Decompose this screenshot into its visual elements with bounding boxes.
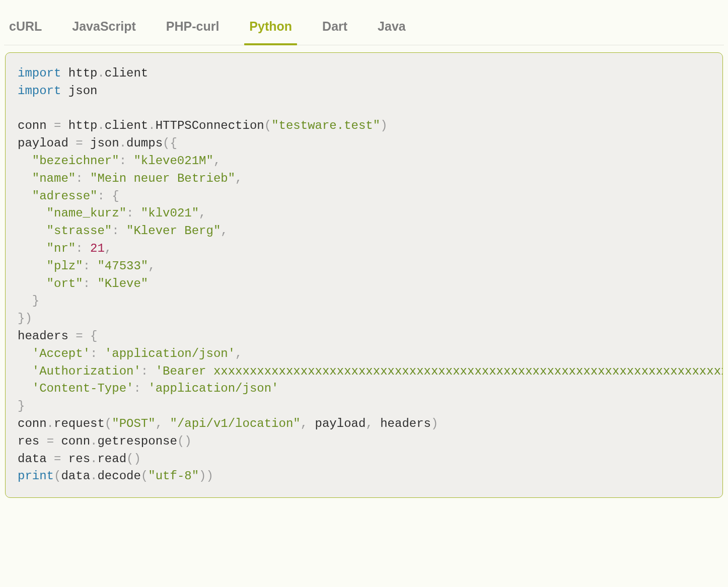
kw-print: print — [18, 469, 54, 483]
tab-javascript[interactable]: JavaScript — [57, 13, 151, 45]
var-res: res — [18, 434, 39, 448]
tab-php-curl[interactable]: PHP-curl — [151, 13, 235, 45]
hdr-ctype-key: Content-Type — [39, 382, 126, 395]
fn-getresponse: getresponse — [97, 434, 177, 448]
adresse-strasse: Klever Berg — [133, 224, 213, 238]
adresse-nr: 21 — [90, 242, 105, 255]
module-client: client — [105, 66, 148, 80]
adresse-name-kurz: klv021 — [148, 206, 191, 220]
language-tabs: cURL JavaScript PHP-curl Python Dart Jav… — [4, 5, 724, 45]
ref-json: json — [90, 136, 119, 150]
fn-request: request — [54, 417, 105, 430]
var-payload: payload — [18, 136, 68, 150]
hdr-auth-key: Authorization — [39, 364, 133, 378]
fn-read: read — [97, 452, 126, 466]
ref-headers: headers — [380, 417, 431, 430]
ref-data: data — [61, 469, 90, 483]
host-string: testware.test — [279, 119, 373, 132]
kw-import: import — [18, 84, 61, 98]
var-conn: conn — [18, 119, 47, 132]
tab-dart[interactable]: Dart — [307, 13, 362, 45]
module-http: http — [68, 66, 98, 80]
encoding-string: utf-8 — [156, 469, 192, 483]
ref-conn: conn — [18, 417, 47, 430]
fn-decode: decode — [97, 469, 140, 483]
hdr-auth-val: Bearer xxxxxxxxxxxxxxxxxxxxxxxxxxxxxxxxx… — [163, 364, 723, 378]
ref-payload: payload — [315, 417, 366, 430]
var-data: data — [18, 452, 47, 466]
module-json: json — [68, 84, 98, 98]
adresse-plz: 47533 — [105, 259, 141, 273]
hdr-accept-key: Accept — [39, 347, 83, 360]
tab-python[interactable]: Python — [234, 13, 307, 45]
var-headers: headers — [18, 329, 68, 343]
adresse-ort: Kleve — [105, 277, 141, 290]
fn-httpsconnection: HTTPSConnection — [156, 119, 264, 132]
payload-bezeichner: kleve021M — [141, 154, 206, 168]
kw-import: import — [18, 66, 61, 80]
ref-conn2: conn — [61, 434, 90, 448]
ref-res: res — [68, 452, 90, 466]
code-sample-python: import http.client import json conn = ht… — [5, 52, 723, 498]
tab-curl[interactable]: cURL — [4, 13, 57, 45]
ref-client: client — [105, 119, 148, 132]
http-path: /api/v1/location — [177, 417, 293, 430]
tab-java[interactable]: Java — [362, 13, 421, 45]
ref-http: http — [68, 119, 98, 132]
fn-dumps: dumps — [126, 136, 163, 150]
hdr-ctype-val: application/json — [156, 382, 271, 395]
payload-name: Mein neuer Betrieb — [97, 172, 228, 185]
http-method: POST — [119, 417, 149, 430]
hdr-accept-val: application/json — [112, 347, 228, 360]
